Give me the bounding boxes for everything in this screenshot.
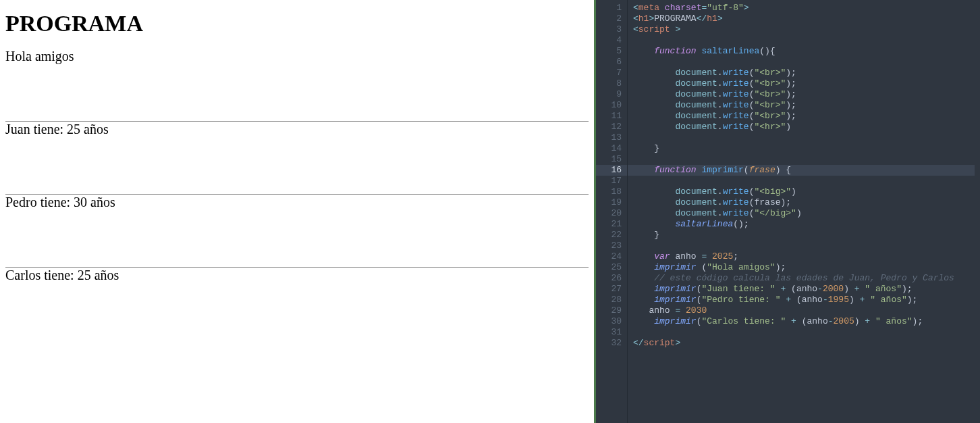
output-line: Hola amigos	[5, 49, 589, 64]
line-number[interactable]: 25	[594, 262, 622, 273]
output-line: Juan tiene: 25 años	[5, 122, 589, 137]
line-number[interactable]: 5	[594, 46, 622, 57]
line-number[interactable]: 19	[594, 197, 622, 208]
code-line[interactable]: saltarLinea();	[633, 219, 975, 230]
code-line[interactable]: }	[633, 143, 975, 154]
code-line[interactable]: function saltarLinea(){	[633, 46, 975, 57]
code-line[interactable]	[633, 241, 975, 251]
line-number[interactable]: 18	[594, 186, 622, 197]
line-number[interactable]: 14	[594, 143, 622, 154]
code-line[interactable]: imprimir("Pedro tiene: " + (anho-1995) +…	[633, 295, 975, 305]
code-line[interactable]: imprimir("Carlos tiene: " + (anho-2005) …	[633, 316, 975, 327]
code-line[interactable]: document.write("<br>");	[633, 89, 975, 100]
line-break-spacer	[5, 210, 589, 267]
code-line[interactable]	[633, 154, 975, 165]
line-number[interactable]: 32	[594, 338, 622, 349]
line-number[interactable]: 3	[594, 24, 622, 35]
line-number[interactable]: 9	[594, 89, 622, 100]
line-number[interactable]: 4	[594, 35, 622, 46]
code-line[interactable]: </script>	[633, 338, 975, 349]
line-number[interactable]: 10	[594, 100, 622, 111]
browser-output-pane: PROGRAMA Hola amigos Juan tiene: 25 años…	[0, 0, 594, 423]
code-line[interactable]: document.write("<br>");	[633, 100, 975, 111]
line-number[interactable]: 7	[594, 68, 622, 78]
code-line[interactable]: document.write("<br>");	[633, 111, 975, 122]
line-number[interactable]: 26	[594, 273, 622, 284]
line-number[interactable]: 29	[594, 305, 622, 316]
line-number[interactable]: 11	[594, 111, 622, 122]
line-number[interactable]: 27	[594, 284, 622, 295]
code-area[interactable]: <meta charset="utf-8"><h1>PROGRAMA</h1><…	[628, 0, 980, 423]
line-number[interactable]: 16	[594, 165, 627, 176]
code-line[interactable]	[633, 327, 975, 338]
line-break-spacer	[5, 64, 589, 121]
code-line[interactable]: document.write("<br>");	[633, 78, 975, 89]
git-gutter-mark	[594, 0, 596, 423]
line-number[interactable]: 30	[594, 316, 622, 327]
code-line[interactable]: document.write("<br>");	[633, 68, 975, 78]
line-number[interactable]: 17	[594, 176, 622, 186]
line-number[interactable]: 20	[594, 208, 622, 219]
line-number[interactable]: 2	[594, 14, 622, 24]
code-line[interactable]: anho = 2030	[633, 305, 975, 316]
code-line[interactable]: <script >	[633, 24, 975, 35]
code-line[interactable]: document.write("<big>")	[633, 186, 975, 197]
line-number[interactable]: 21	[594, 219, 622, 230]
code-line[interactable]: imprimir ("Hola amigos");	[633, 262, 975, 273]
line-number[interactable]: 22	[594, 230, 622, 241]
code-line[interactable]: var anho = 2025;	[633, 251, 975, 262]
code-line[interactable]: document.write(frase);	[633, 197, 975, 208]
output-line: Carlos tiene: 25 años	[5, 268, 589, 283]
code-line[interactable]	[633, 132, 975, 143]
line-number[interactable]: 15	[594, 154, 622, 165]
line-number[interactable]: 31	[594, 327, 622, 338]
code-line[interactable]: <h1>PROGRAMA</h1>	[633, 14, 975, 24]
line-number[interactable]: 24	[594, 251, 622, 262]
code-line[interactable]: <meta charset="utf-8">	[633, 3, 975, 14]
code-line[interactable]: imprimir("Juan tiene: " + (anho-2000) + …	[633, 284, 975, 295]
line-number[interactable]: 12	[594, 122, 622, 132]
line-break-spacer	[5, 137, 589, 194]
line-number[interactable]: 28	[594, 295, 622, 305]
line-number[interactable]: 13	[594, 132, 622, 143]
line-number-gutter[interactable]: 1234567891011121314151617181920212223242…	[594, 0, 628, 423]
line-number[interactable]: 6	[594, 57, 622, 68]
line-number[interactable]: 23	[594, 241, 622, 251]
code-editor-pane[interactable]: 1234567891011121314151617181920212223242…	[594, 0, 980, 423]
code-line[interactable]: document.write("</big>")	[633, 208, 975, 219]
code-line[interactable]: }	[633, 230, 975, 241]
code-line[interactable]	[633, 176, 975, 186]
line-number[interactable]: 1	[594, 3, 622, 14]
code-line[interactable]: // este código calcula las edades de Jua…	[633, 273, 975, 284]
page-heading: PROGRAMA	[5, 11, 589, 36]
output-line: Pedro tiene: 30 años	[5, 195, 589, 210]
code-line[interactable]	[633, 57, 975, 68]
code-line[interactable]: function imprimir(frase) {	[628, 165, 975, 176]
code-line[interactable]	[633, 35, 975, 46]
line-number[interactable]: 8	[594, 78, 622, 89]
code-line[interactable]: document.write("<hr>")	[633, 122, 975, 132]
